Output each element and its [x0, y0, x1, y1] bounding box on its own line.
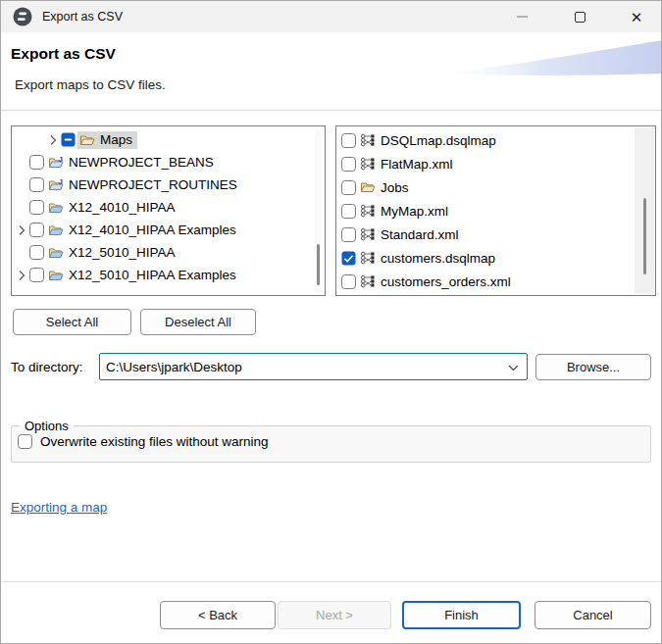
vertical-scrollbar[interactable] — [315, 128, 322, 293]
item-label-area[interactable]: JNEWPROJECT_ROUTINES — [46, 176, 242, 194]
tree-item[interactable]: Maps — [12, 128, 325, 151]
folder-open-blue-icon — [48, 268, 65, 283]
exporting-a-map-link[interactable]: Exporting a map — [11, 500, 107, 515]
folder-open-blue-icon — [48, 223, 65, 238]
item-label-area[interactable]: JNEWPROJECT_BEANS — [46, 154, 219, 172]
item-label-area[interactable]: X12_5010_HIPAA — [46, 244, 180, 262]
list-item[interactable]: customers_orders.xml — [336, 270, 655, 293]
tree-item[interactable]: JNEWPROJECT_ROUTINES — [12, 173, 325, 196]
cancel-button[interactable]: Cancel — [535, 601, 651, 629]
list-item[interactable]: FlatMap.xml — [336, 152, 655, 175]
item-label: customers_orders.xml — [381, 274, 511, 289]
chevron-down-icon[interactable] — [508, 360, 519, 374]
item-checkbox[interactable] — [29, 155, 44, 170]
item-label: MyMap.xml — [381, 204, 448, 219]
directory-value: C:\Users\jpark\Desktop — [106, 360, 508, 374]
item-checkbox[interactable] — [341, 274, 356, 289]
item-label-area[interactable]: X12_4010_HIPAA — [46, 199, 180, 217]
item-label-area[interactable]: DSQLmap.dsqlmap — [358, 131, 501, 149]
to-directory-label: To directory: — [11, 353, 83, 380]
finish-button[interactable]: Finish — [402, 601, 521, 629]
header-swoosh-decoration — [423, 36, 662, 77]
item-checkbox[interactable] — [29, 177, 44, 192]
item-label-area[interactable]: FlatMap.xml — [358, 155, 458, 173]
deselect-all-button[interactable]: Deselect All — [140, 309, 256, 335]
list-item[interactable]: Jobs — [336, 175, 655, 199]
item-label-area[interactable]: Jobs — [358, 178, 414, 196]
item-label-area[interactable]: customers.dsqlmap — [358, 249, 500, 267]
vertical-scrollbar[interactable] — [635, 127, 654, 294]
folder-open-blue-icon — [48, 200, 65, 216]
folder-open-icon — [79, 132, 96, 148]
browse-button[interactable]: Browse... — [535, 354, 651, 380]
item-checkbox[interactable] — [29, 200, 44, 215]
back-button[interactable]: < Back — [160, 601, 276, 629]
projects-tree: MapsJNEWPROJECT_BEANSJNEWPROJECT_ROUTINE… — [12, 128, 325, 286]
item-checkbox[interactable] — [29, 268, 44, 282]
overwrite-checkbox[interactable] — [18, 434, 32, 449]
folder-open-icon — [360, 179, 377, 195]
item-label-area[interactable]: customers_orders.xml — [358, 272, 516, 290]
item-label-area[interactable]: X12_5010_HIPAA Examples — [46, 267, 241, 284]
select-all-button[interactable]: Select All — [13, 309, 131, 335]
item-label-area[interactable]: X12_4010_HIPAA Examples — [46, 222, 241, 239]
item-checkbox[interactable] — [341, 133, 356, 148]
tree-item[interactable]: X12_5010_HIPAA — [12, 241, 325, 264]
item-label: Standard.xml — [381, 227, 459, 242]
item-label-area[interactable]: MyMap.xml — [358, 202, 453, 220]
item-label-area[interactable]: Maps — [77, 131, 137, 149]
map-icon — [360, 226, 377, 242]
map-icon — [360, 250, 377, 266]
tree-item[interactable]: X12_4010_HIPAA Examples — [12, 219, 325, 241]
list-item[interactable]: Standard.xml — [336, 223, 655, 246]
item-label: customers.dsqlmap — [381, 251, 495, 266]
item-checkbox[interactable] — [29, 223, 44, 237]
maximize-icon — [575, 12, 586, 23]
item-checkbox[interactable] — [29, 245, 44, 260]
item-label: Jobs — [381, 180, 409, 195]
list-item[interactable]: MyMap.xml — [336, 199, 655, 223]
item-label: Maps — [100, 132, 132, 147]
map-icon — [360, 203, 377, 219]
next-button[interactable]: Next > — [278, 601, 391, 629]
minimize-icon — [517, 16, 528, 18]
item-checkbox[interactable] — [341, 204, 356, 219]
close-button[interactable]: ✕ — [617, 1, 656, 32]
tree-item[interactable]: JNEWPROJECT_BEANS — [12, 151, 325, 173]
list-item[interactable]: customers.dsqlmap — [336, 246, 655, 270]
chevron-right-icon[interactable] — [45, 132, 61, 148]
item-checkbox[interactable] — [341, 251, 356, 266]
item-label: FlatMap.xml — [381, 157, 453, 172]
page-description: Export maps to CSV files. — [15, 77, 166, 92]
item-label-area[interactable]: Standard.xml — [358, 225, 464, 243]
item-label: DSQLmap.dsqlmap — [381, 133, 496, 148]
item-checkbox[interactable] — [61, 132, 76, 147]
chevron-right-icon[interactable] — [14, 223, 29, 238]
options-group: Options Overwrite existing files without… — [11, 419, 651, 463]
list-item[interactable]: DSQLmap.dsqlmap — [336, 128, 655, 152]
item-checkbox[interactable] — [341, 227, 356, 242]
wizard-header: Export as CSV Export maps to CSV files. — [1, 32, 662, 111]
item-label: X12_4010_HIPAA Examples — [69, 223, 236, 237]
item-label: X12_5010_HIPAA — [69, 245, 176, 260]
folder-open-blue-icon — [48, 245, 65, 261]
scrollbar-thumb[interactable] — [643, 198, 646, 274]
minimize-button[interactable] — [502, 1, 541, 32]
tree-item[interactable]: X12_4010_HIPAA — [12, 196, 325, 219]
files-list-panel: DSQLmap.dsqlmapFlatMap.xmlJobsMyMap.xmlS… — [335, 125, 656, 296]
svg-text:J: J — [59, 155, 63, 164]
export-csv-dialog: Export as CSV ✕ Export as CSV Export map… — [0, 0, 662, 644]
item-checkbox[interactable] — [341, 180, 356, 195]
tree-item[interactable]: X12_5010_HIPAA Examples — [12, 264, 325, 286]
map-icon — [360, 273, 377, 289]
footer-separator — [1, 581, 662, 582]
page-title: Export as CSV — [11, 45, 116, 63]
item-label: X12_4010_HIPAA — [69, 200, 176, 215]
files-list: DSQLmap.dsqlmapFlatMap.xmlJobsMyMap.xmlS… — [336, 128, 655, 293]
chevron-right-icon[interactable] — [14, 268, 29, 283]
maximize-button[interactable] — [560, 1, 599, 32]
directory-combobox[interactable]: C:\Users\jpark\Desktop — [99, 353, 528, 380]
item-label: NEWPROJECT_BEANS — [69, 155, 214, 170]
item-checkbox[interactable] — [341, 157, 356, 172]
scrollbar-thumb[interactable] — [317, 244, 320, 285]
